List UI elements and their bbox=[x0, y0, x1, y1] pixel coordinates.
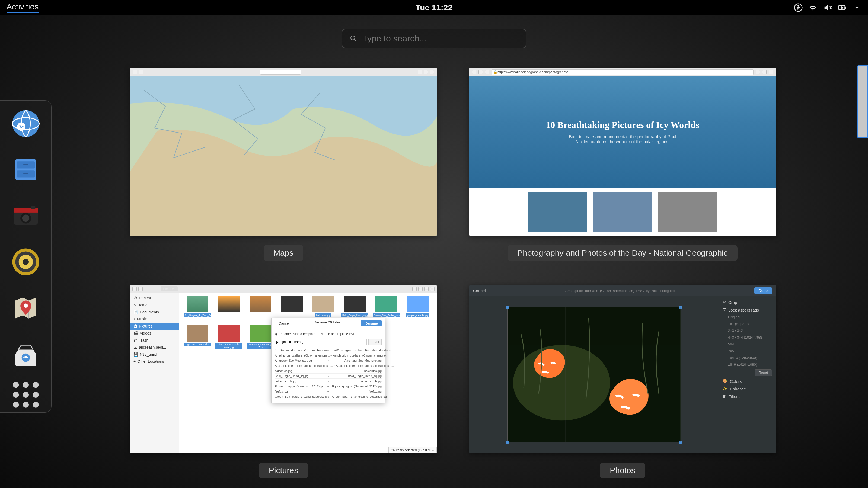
aspect-option[interactable]: 1×1 (Square) bbox=[723, 322, 772, 326]
svg-rect-24 bbox=[24, 356, 27, 358]
cancel-button[interactable]: Cancel bbox=[275, 320, 293, 326]
aspect-option[interactable]: 2×3 / 3×2 bbox=[723, 329, 772, 333]
svg-point-34 bbox=[23, 402, 29, 408]
svg-point-16 bbox=[22, 215, 29, 222]
svg-point-22 bbox=[24, 304, 28, 308]
reset-button[interactable]: Reset bbox=[755, 369, 772, 376]
accessibility-icon[interactable] bbox=[794, 3, 803, 12]
top-bar: Activities Tue 11:22 bbox=[0, 0, 868, 15]
sidebar-item[interactable]: + Other Locations bbox=[130, 358, 179, 365]
chevron-down-icon[interactable] bbox=[852, 3, 862, 12]
svg-rect-17 bbox=[31, 206, 35, 209]
aspect-option[interactable]: 7×5 bbox=[723, 349, 772, 353]
svg-point-27 bbox=[13, 382, 19, 388]
rename-dialog: Cancel Rename 26 Files Rename ◉ Rename u… bbox=[271, 318, 385, 403]
sidebar-item[interactable]: ☁ andreasn.peol... bbox=[130, 344, 179, 351]
window-browser[interactable]: 🔒http://www.nationalgeographic.com/photo… bbox=[469, 68, 776, 261]
window-maps[interactable]: Maps bbox=[130, 68, 437, 261]
cancel-button[interactable]: Cancel bbox=[473, 289, 486, 293]
svg-point-4 bbox=[351, 36, 355, 40]
activities-button[interactable]: Activities bbox=[6, 2, 38, 13]
svg-point-1 bbox=[798, 5, 799, 6]
aspect-option[interactable]: 5×4 bbox=[723, 342, 772, 346]
url-bar: 🔒http://www.nationalgeographic.com/photo… bbox=[492, 69, 753, 75]
filters-tool[interactable]: ◧ Filters bbox=[723, 394, 772, 399]
svg-point-31 bbox=[23, 392, 29, 398]
window-label: Maps bbox=[264, 245, 303, 261]
dash-camera[interactable] bbox=[11, 201, 41, 231]
sidebar-item[interactable]: 🗑 Trash bbox=[130, 337, 179, 344]
svg-point-21 bbox=[23, 259, 29, 265]
svg-point-32 bbox=[33, 392, 38, 398]
dash-files[interactable] bbox=[11, 155, 41, 185]
dash bbox=[0, 100, 52, 413]
files-grid: 01_Gorges_du_Tarn_Roc_des_Hourtous.jpg b… bbox=[179, 285, 437, 453]
photo-canvas[interactable] bbox=[507, 307, 681, 443]
window-label: Pictures bbox=[259, 462, 308, 478]
rename-template-radio[interactable]: ◉ Rename using a template bbox=[275, 332, 315, 336]
svg-point-28 bbox=[23, 382, 29, 388]
aspect-option[interactable]: 16×10 (1280×800) bbox=[723, 356, 772, 360]
svg-rect-25 bbox=[23, 357, 24, 358]
crop-tool[interactable]: ✂ Crop bbox=[723, 300, 772, 305]
window-label: Photography and Photos of the Day - Nati… bbox=[507, 245, 738, 261]
aspect-option[interactable]: 4×3 / 3×4 (1024×768) bbox=[723, 335, 772, 339]
files-statusbar: 26 items selected (127.0 MB) bbox=[389, 447, 437, 453]
search-bar[interactable] bbox=[342, 29, 526, 48]
aspect-option[interactable]: 16×9 (1920×1080) bbox=[723, 362, 772, 366]
sidebar-item[interactable]: ♪ Music bbox=[130, 316, 179, 323]
window-label: Photos bbox=[600, 462, 645, 478]
svg-point-33 bbox=[13, 402, 19, 408]
rename-button[interactable]: Rename bbox=[361, 320, 382, 326]
dash-music[interactable] bbox=[11, 247, 41, 277]
rename-replace-radio[interactable]: ○ Find and replace text bbox=[321, 332, 354, 336]
show-apps-button[interactable] bbox=[11, 385, 41, 404]
svg-rect-10 bbox=[17, 170, 35, 177]
aspect-option[interactable]: Original ✓ bbox=[723, 315, 772, 319]
svg-point-5 bbox=[12, 110, 39, 137]
done-button[interactable]: Done bbox=[754, 287, 772, 294]
dash-browser[interactable] bbox=[11, 109, 41, 138]
dash-maps[interactable] bbox=[11, 293, 41, 323]
svg-rect-9 bbox=[17, 161, 35, 168]
edit-panel: ✂ Crop ☑ Lock aspect ratio Original ✓ 1×… bbox=[719, 296, 776, 453]
dash-software[interactable] bbox=[11, 339, 41, 369]
sidebar-item[interactable]: 🖼 Pictures bbox=[130, 323, 179, 330]
sidebar-item[interactable]: 💾 N38_unn.h bbox=[130, 351, 179, 358]
svg-point-35 bbox=[33, 402, 38, 408]
sidebar-item[interactable]: 📄 Documents bbox=[130, 308, 179, 316]
template-field[interactable] bbox=[275, 338, 367, 345]
lock-aspect[interactable]: ☑ Lock aspect ratio bbox=[723, 307, 772, 312]
svg-point-29 bbox=[33, 382, 38, 388]
svg-point-7 bbox=[17, 123, 26, 131]
window-photos[interactable]: Cancel Amphiprion_ocellaris_(Clown_anemo… bbox=[469, 285, 776, 478]
dialog-title: Rename 26 Files bbox=[314, 320, 340, 326]
add-button[interactable]: + Add bbox=[368, 338, 382, 345]
enhance-tool[interactable]: ✨ Enhance bbox=[723, 386, 772, 391]
battery-icon[interactable] bbox=[838, 3, 847, 12]
svg-rect-11 bbox=[23, 164, 28, 165]
files-sidebar: ⏱ Recent ⌂ Home 📄 Documents ♪ Music 🖼 Pi… bbox=[130, 285, 179, 453]
svg-rect-3 bbox=[845, 7, 846, 8]
sidebar-item[interactable]: 🎬 Videos bbox=[130, 330, 179, 337]
clock[interactable]: Tue 11:22 bbox=[415, 3, 453, 12]
hero-subtitle: Both intimate and monumental, the photog… bbox=[565, 134, 680, 144]
search-input[interactable] bbox=[362, 34, 518, 44]
photo-title: Amphiprion_ocellaris_(Clown_anemonefish)… bbox=[565, 289, 675, 293]
system-status-area[interactable] bbox=[794, 3, 862, 12]
wifi-icon[interactable] bbox=[808, 3, 817, 12]
hero-title: 10 Breathtaking Pictures of Icy Worlds bbox=[546, 120, 699, 130]
workspace-switcher[interactable] bbox=[857, 65, 868, 138]
colors-tool[interactable]: 🎨 Colors bbox=[723, 379, 772, 384]
window-overview: Maps 🔒http://www.nationalgeographic.com/… bbox=[130, 68, 746, 478]
sidebar-item[interactable]: ⏱ Recent bbox=[130, 294, 179, 301]
svg-rect-26 bbox=[27, 357, 28, 358]
search-icon bbox=[350, 35, 357, 42]
svg-point-30 bbox=[13, 392, 19, 398]
volume-icon[interactable] bbox=[823, 3, 832, 12]
sidebar-item[interactable]: ⌂ Home bbox=[130, 301, 179, 308]
svg-rect-12 bbox=[23, 173, 28, 174]
window-files[interactable]: ‹›⌂ HomePictures+≡—✕ ⏱ Recent ⌂ Home 📄 D… bbox=[130, 285, 437, 478]
